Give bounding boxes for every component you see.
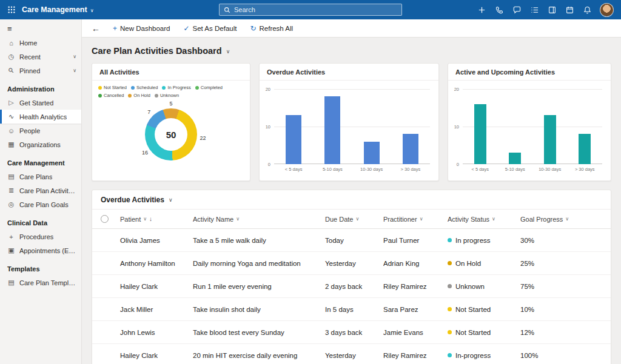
chevron-down-icon[interactable]: ∨: [226, 47, 230, 55]
col-header-activity-name[interactable]: Activity Name∨: [193, 216, 325, 223]
col-header-goal-progress[interactable]: Goal Progress∨: [520, 216, 611, 223]
sidebar-item-care-plan-activities[interactable]: ≣Care Plan Activities: [0, 184, 81, 197]
donut-segment-value: 16: [142, 150, 148, 156]
waffle-icon[interactable]: [6, 4, 19, 16]
col-header-practitioner[interactable]: Practitioner∨: [383, 216, 448, 223]
bar-slot: [313, 89, 352, 164]
search-box[interactable]: [219, 4, 402, 16]
cell-patient: Hailey Clark: [120, 352, 193, 359]
legend-item-scheduled: Scheduled: [131, 85, 158, 90]
phone-icon[interactable]: [494, 5, 504, 15]
card-overdue-activities: Overdue Activities 01020< 5 days5-10 day…: [259, 63, 439, 181]
grid-header-row: Patient∨↓Activity Name∨Due Date∨Practiti…: [92, 209, 611, 229]
back-button[interactable]: ←: [87, 24, 105, 33]
y-tick-label: 10: [266, 124, 270, 130]
medical-icon: +: [7, 233, 15, 240]
x-tick-label: > 30 days: [391, 164, 430, 174]
sidebar-item-care-plan-templates[interactable]: ▤Care Plan Templates: [0, 276, 81, 290]
chart-icon: ∿: [7, 113, 15, 121]
status-dot: [448, 238, 452, 242]
col-header-activity-status[interactable]: Activity Status∨: [448, 216, 520, 223]
chat-icon[interactable]: [512, 5, 522, 15]
refresh-all-button[interactable]: ↻Refresh All: [244, 21, 298, 36]
bar-10-30-days[interactable]: [544, 115, 556, 164]
sidebar-item-people[interactable]: ☺People: [0, 124, 81, 137]
bar-slot: [463, 89, 498, 164]
legend-dot: [131, 86, 135, 90]
x-tick-label: 10-30 days: [532, 164, 568, 174]
sidebar-item-pinned[interactable]: ⚲Pinned∨: [0, 64, 81, 78]
hamburger-menu-icon[interactable]: ≡: [0, 19, 81, 36]
table-row[interactable]: John LewisTake blood test every Sunday3 …: [92, 321, 611, 344]
cell-activity-name: Take a 5 mile walk daily: [193, 237, 325, 244]
cell-due-date: In 5 days: [325, 306, 383, 313]
apps-icon[interactable]: [547, 5, 557, 15]
sidebar-item-health-analytics[interactable]: ∿Health Analytics: [0, 110, 81, 124]
legend-label: Completed: [201, 85, 223, 90]
sidebar-item-label: Organizations: [19, 141, 61, 148]
col-header-due-date[interactable]: Due Date∨: [325, 216, 383, 223]
cell-goal-progress: 30%: [520, 237, 611, 244]
command-label: Refresh All: [259, 25, 293, 32]
sidebar-item-organizations[interactable]: ▦Organizations: [0, 137, 81, 151]
bar-5-10-days[interactable]: [324, 96, 340, 164]
bell-icon[interactable]: [582, 5, 592, 15]
new-dashboard-button[interactable]: +New Dashboard: [107, 21, 175, 36]
calendar-icon[interactable]: [565, 5, 574, 15]
plus-icon: +: [113, 24, 117, 33]
sidebar-item-label: Care Plan Templates: [19, 279, 76, 286]
card-active-upcoming-activities: Active and Upcoming Activities 01020< 5 …: [448, 63, 611, 181]
sidebar-item-get-started[interactable]: ▷Get Started: [0, 96, 81, 110]
bar-30-days[interactable]: [403, 134, 418, 164]
select-all-checkbox[interactable]: [92, 215, 120, 223]
table-row[interactable]: Jack MillerTake insulin shot dailyIn 5 d…: [92, 298, 611, 321]
sidebar-item-care-plans[interactable]: ▤Care Plans: [0, 170, 81, 184]
sidebar-item-appointments-emr[interactable]: ▣Appointments (EMR): [0, 243, 81, 257]
table-row[interactable]: Anthony HamiltonDaily morning Yoga and m…: [92, 252, 611, 275]
cell-activity-name: Daily morning Yoga and meditation: [193, 260, 325, 267]
sidebar-item-home[interactable]: ⌂Home: [0, 36, 81, 50]
legend-item-cancelled: Cancelled: [98, 93, 124, 98]
col-header-patient[interactable]: Patient∨↓: [120, 216, 193, 223]
cell-activity-status: Not Started: [448, 306, 520, 313]
command-label: New Dashboard: [120, 25, 170, 32]
chevron-down-icon[interactable]: ∨: [169, 197, 173, 203]
bar-5-10-days[interactable]: [509, 153, 521, 164]
cell-activity-name: Take insulin shot daily: [193, 306, 325, 313]
target-icon: ◎: [7, 200, 15, 208]
table-row[interactable]: Hailey ClarkRun 1 mile every evening2 da…: [92, 275, 611, 298]
legend-label: Cancelled: [104, 93, 124, 98]
cell-patient: John Lewis: [120, 329, 193, 336]
table-row[interactable]: Olivia JamesTake a 5 mile walk dailyToda…: [92, 229, 611, 252]
sidebar-item-care-plan-goals[interactable]: ◎Care Plan Goals: [0, 197, 81, 211]
sidebar-item-label: Procedures: [19, 233, 53, 240]
chevron-down-icon: ∨: [420, 216, 423, 222]
table-row[interactable]: Hailey Clark20 min HIT exercise daily ev…: [92, 344, 611, 364]
sidebar-item-procedures[interactable]: +Procedures: [0, 230, 81, 243]
cell-activity-name: 20 min HIT exercise daily evening: [193, 352, 325, 359]
set-as-default-button[interactable]: ✓Set As Default: [178, 21, 242, 36]
add-icon[interactable]: [477, 5, 486, 15]
sidebar-item-label: Home: [19, 39, 37, 47]
rocket-icon: ▷: [7, 99, 15, 107]
bar-30-days[interactable]: [579, 134, 591, 164]
sidebar-item-recent[interactable]: ◷Recent∨: [0, 50, 81, 64]
app-window: Care Management ∨ ≡ ⌂Home◷Recent∨⚲Pinned…: [0, 0, 621, 364]
bar-5-days[interactable]: [286, 115, 301, 164]
x-tick-label: 5-10 days: [498, 164, 533, 174]
active-upcoming-bar-chart: 01020< 5 days5-10 days10-30 days> 30 day…: [448, 85, 611, 174]
app-title-menu[interactable]: Care Management ∨: [22, 5, 94, 14]
avatar[interactable]: [600, 3, 614, 17]
legend-dot: [128, 94, 132, 98]
legend-dot: [162, 86, 166, 90]
bar-slot: [352, 89, 391, 164]
bar-10-30-days[interactable]: [364, 142, 380, 164]
bar-5-days[interactable]: [474, 104, 486, 164]
bar-slot: [532, 89, 568, 164]
checklist-icon[interactable]: [529, 5, 539, 15]
cell-practitioner: Jamie Evans: [383, 329, 448, 336]
cell-practitioner: Riley Ramirez: [383, 283, 448, 290]
search-input[interactable]: [234, 6, 398, 13]
person-icon: ☺: [7, 127, 15, 134]
sidebar: ≡ ⌂Home◷Recent∨⚲Pinned∨Administration▷Ge…: [0, 19, 82, 364]
